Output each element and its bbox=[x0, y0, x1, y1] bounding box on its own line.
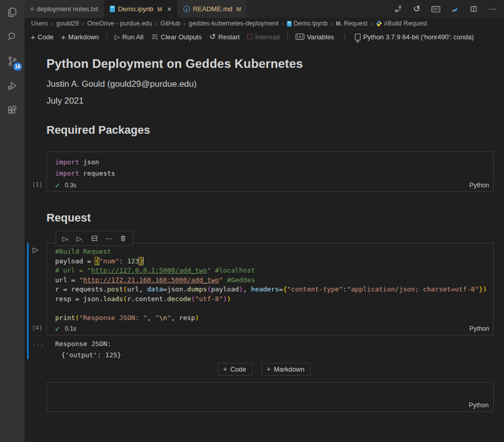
close-icon[interactable]: × bbox=[167, 5, 172, 13]
add-markdown-cell-button[interactable]: + Markdown bbox=[61, 33, 99, 41]
restart-button[interactable]: ↺ Restart bbox=[209, 32, 239, 41]
editor-group: ≡ deployment notes.txt Demo.ipynb M × i … bbox=[25, 0, 504, 442]
markdown-heading-request: Request bbox=[46, 211, 494, 225]
markdown-cell-icon: M↓ bbox=[336, 21, 342, 27]
restart-label: Restart bbox=[219, 33, 240, 41]
code-editor[interactable]: #Build Requestpayload = {"num": 123}# ur… bbox=[47, 243, 493, 323]
breadcrumb-repo[interactable]: geddes-kubernetes-deployment bbox=[189, 20, 279, 27]
split-cell-icon[interactable] bbox=[89, 233, 100, 243]
clear-outputs-label: Clear Outputs bbox=[161, 33, 202, 41]
notebook-body: Python Deployment on Geddes Kubernetes J… bbox=[25, 45, 504, 442]
chevron-icon: › bbox=[370, 20, 374, 28]
compare-icon[interactable] bbox=[393, 5, 402, 14]
code-cell-1-region: import jsonimport requests ✓ 0.3s Python… bbox=[46, 152, 494, 192]
breadcrumb-github[interactable]: GitHub bbox=[160, 20, 180, 27]
breadcrumb-cell[interactable]: #Build Request bbox=[376, 20, 427, 27]
revert-icon[interactable]: ↺ bbox=[412, 5, 421, 14]
cell-language[interactable]: Python bbox=[469, 402, 489, 409]
editor-actions: ↺ (x) ⋯ bbox=[393, 0, 504, 18]
interrupt-icon bbox=[247, 34, 252, 39]
insert-markdown-button[interactable]: + Markdown bbox=[261, 363, 310, 376]
run-all-icon: ▷ bbox=[115, 33, 120, 41]
chevron-icon: › bbox=[182, 20, 186, 28]
kernel-picker[interactable]: Python 3.7.9 64-bit ('honr490': conda) bbox=[355, 33, 474, 41]
kebab-icon[interactable]: ⋮ bbox=[342, 34, 347, 40]
chevron-icon: › bbox=[329, 20, 333, 28]
code-cell-2-region: ▷ ▷↑ ▷↓ ⋯ #Build Requestpayload = {"num"… bbox=[46, 243, 494, 360]
variables-button[interactable]: (x) Variables bbox=[296, 33, 334, 41]
plus-icon: + bbox=[267, 365, 271, 373]
execute-above-icon[interactable]: ▷↑ bbox=[61, 233, 71, 243]
cell-output: ... Response JSON: {'output': 125} bbox=[46, 339, 494, 360]
execution-time: 0.1s bbox=[65, 325, 77, 332]
tab-demo-ipynb[interactable]: Demo.ipynb M × bbox=[104, 0, 178, 18]
tab-label: Demo.ipynb bbox=[118, 5, 153, 13]
interrupt-label: Interrupt bbox=[255, 33, 279, 41]
code-cell-2[interactable]: #Build Requestpayload = {"num": 123}# ur… bbox=[46, 243, 494, 335]
plus-icon: + bbox=[31, 33, 35, 41]
breadcrumb-gould29[interactable]: gould29 bbox=[56, 20, 79, 27]
toolbar-separator bbox=[107, 33, 107, 41]
chevron-icon: › bbox=[154, 20, 158, 28]
cell-status-bar: ✓ 0.3s Python bbox=[47, 179, 493, 191]
clear-outputs-icon bbox=[151, 33, 158, 40]
tab-readme-md[interactable]: i README.md M bbox=[178, 0, 247, 18]
tab-label: README.md bbox=[193, 5, 232, 13]
run-debug-icon[interactable] bbox=[0, 73, 25, 98]
more-actions-icon[interactable]: ⋯ bbox=[104, 233, 114, 243]
markdown-title: Python Deployment on Geddes Kubernetes bbox=[46, 57, 494, 71]
activity-bar: 16 bbox=[0, 0, 25, 442]
success-check-icon: ✓ bbox=[55, 182, 60, 189]
insert-code-label: Code bbox=[230, 365, 246, 373]
run-all-label: Run All bbox=[123, 33, 143, 41]
breadcrumb-section-label: Request bbox=[344, 20, 368, 27]
extensions-icon[interactable] bbox=[0, 98, 25, 122]
execute-below-icon[interactable]: ▷↓ bbox=[75, 233, 85, 243]
tab-deployment-notes[interactable]: ≡ deployment notes.txt bbox=[25, 0, 104, 18]
breadcrumb-users[interactable]: Users bbox=[31, 20, 48, 27]
chevron-icon: › bbox=[50, 20, 54, 28]
variables-label: Variables bbox=[307, 33, 334, 41]
chevron-icon: › bbox=[280, 20, 284, 28]
interrupt-button[interactable]: Interrupt bbox=[247, 33, 279, 41]
plus-icon: + bbox=[61, 33, 66, 41]
insert-code-button[interactable]: + Code bbox=[218, 363, 252, 376]
kernel-icon bbox=[355, 34, 361, 40]
success-check-icon: ✓ bbox=[55, 325, 60, 333]
more-actions-icon[interactable]: ⋯ bbox=[488, 5, 497, 14]
breadcrumb-file-label: Demo.ipynb bbox=[294, 20, 328, 27]
variables-icon[interactable]: (x) bbox=[431, 5, 440, 14]
clear-outputs-button[interactable]: Clear Outputs bbox=[151, 33, 202, 41]
scm-badge: 16 bbox=[13, 62, 22, 71]
cell-language[interactable]: Python bbox=[469, 182, 489, 189]
plus-icon: + bbox=[223, 365, 227, 373]
python-logo-icon bbox=[376, 20, 382, 27]
breadcrumb-cell-label: #Build Request bbox=[384, 20, 427, 27]
chevron-icon: › bbox=[81, 20, 85, 28]
code-cell-1[interactable]: import jsonimport requests ✓ 0.3s Python… bbox=[46, 152, 494, 192]
explorer-icon[interactable] bbox=[0, 0, 25, 24]
focused-cell-indicator bbox=[27, 243, 29, 359]
modified-badge: M bbox=[157, 6, 162, 12]
search-icon[interactable] bbox=[0, 24, 25, 49]
tab-bar: ≡ deployment notes.txt Demo.ipynb M × i … bbox=[25, 0, 504, 18]
cell-status-bar: ✓ 0.1s Python bbox=[47, 323, 493, 335]
notebook-icon bbox=[287, 21, 292, 27]
breadcrumb-onedrive[interactable]: OneDrive - purdue.edu bbox=[87, 20, 152, 27]
code-editor[interactable]: import jsonimport requests bbox=[47, 152, 493, 179]
breadcrumb-section[interactable]: M↓ Request bbox=[336, 20, 368, 27]
breadcrumb-file[interactable]: Demo.ipynb bbox=[287, 20, 328, 27]
source-control-icon[interactable]: 16 bbox=[0, 49, 25, 73]
notebook-icon bbox=[110, 6, 115, 12]
tab-label: deployment notes.txt bbox=[37, 5, 98, 13]
run-cell-button[interactable]: ▷ bbox=[33, 245, 38, 254]
split-editor-icon[interactable] bbox=[469, 5, 478, 14]
add-code-cell-button[interactable]: + Code bbox=[31, 33, 54, 41]
variables-glyph: (x) bbox=[431, 6, 440, 12]
cell-language[interactable]: Python bbox=[469, 325, 489, 332]
export-icon[interactable] bbox=[450, 5, 459, 14]
code-cell-3-empty[interactable]: Python bbox=[46, 382, 494, 412]
delete-cell-icon[interactable] bbox=[118, 233, 128, 243]
add-markdown-label: Markdown bbox=[68, 33, 99, 41]
run-all-button[interactable]: ▷ Run All bbox=[115, 33, 143, 41]
